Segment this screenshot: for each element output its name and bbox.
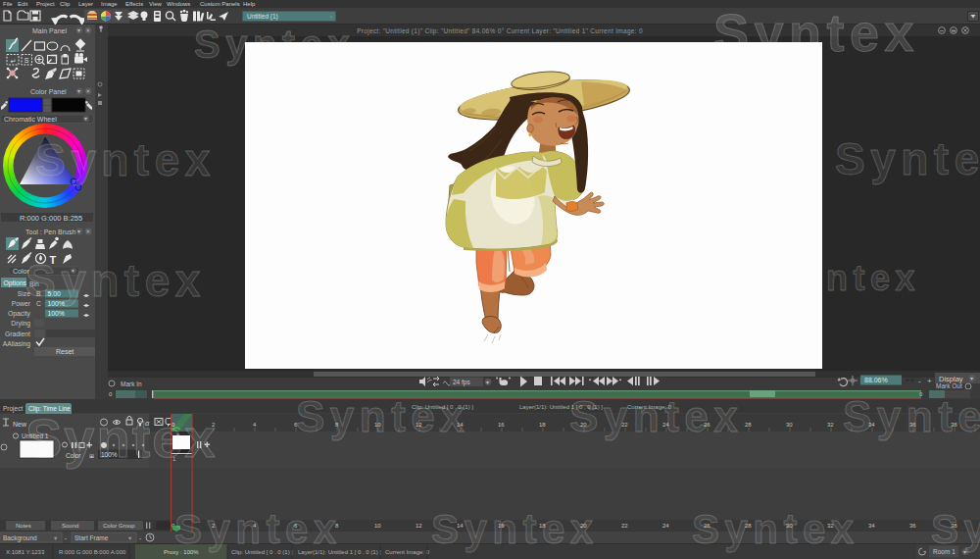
svg-text:Background: Background [3, 534, 37, 542]
svg-text:Sound: Sound [62, 523, 78, 529]
svg-text:Current Image: 0: Current Image: 0 [385, 549, 430, 555]
svg-text:▾: ▾ [77, 27, 80, 33]
svg-text:R:000 G:000 B:255: R:000 G:000 B:255 [20, 214, 82, 223]
svg-text:↵: ↵ [11, 58, 17, 65]
svg-text:Color Group: Color Group [103, 523, 135, 529]
svg-text:Color Panel: Color Panel [30, 88, 67, 95]
svg-text:▾: ▾ [84, 116, 87, 122]
svg-text:100%: 100% [48, 310, 65, 317]
svg-text:24 fps: 24 fps [453, 379, 470, 386]
svg-text:30: 30 [786, 422, 793, 428]
svg-text:0: 0 [109, 391, 113, 397]
svg-text:Display: Display [939, 375, 963, 383]
svg-text:Start Frame: Start Frame [74, 534, 109, 541]
svg-text:Gradient: Gradient [5, 330, 30, 337]
svg-text:▾: ▾ [77, 229, 80, 234]
svg-text:88.06%: 88.06% [864, 377, 888, 383]
svg-text:Notes: Notes [16, 523, 31, 529]
svg-text:Mark In: Mark In [121, 381, 142, 387]
svg-text:12: 12 [416, 523, 422, 529]
svg-text:-: - [65, 534, 67, 541]
svg-text:-: - [918, 377, 921, 385]
svg-text:X:1081 Y:1233: X:1081 Y:1233 [6, 549, 45, 555]
svg-text:22: 22 [621, 523, 628, 529]
svg-text:Chromatic Wheel: Chromatic Wheel [4, 116, 57, 123]
svg-text:Reset: Reset [56, 348, 74, 355]
svg-text:Project: Project [3, 405, 23, 413]
svg-text:◂▸: ◂▸ [83, 312, 89, 318]
svg-text:R:000 G:000 B:000 A:000: R:000 G:000 B:000 A:000 [59, 549, 126, 555]
svg-text:▾: ▾ [970, 376, 973, 381]
svg-text:▾: ▾ [486, 380, 489, 385]
svg-text:Main Panel: Main Panel [32, 27, 67, 34]
svg-text:Drying: Drying [11, 320, 30, 328]
svg-text:Opacity: Opacity [8, 310, 31, 318]
svg-text:36: 36 [909, 523, 916, 529]
svg-text:S: S [24, 57, 29, 64]
svg-text:28: 28 [745, 422, 752, 428]
svg-text:Options: Options [4, 280, 27, 287]
svg-text:Tool : Pen Brush: Tool : Pen Brush [25, 229, 75, 235]
svg-text:10: 10 [374, 523, 381, 529]
svg-text:18: 18 [539, 422, 546, 428]
svg-text:AAliasing: AAliasing [3, 340, 31, 348]
svg-text:✕: ✕ [86, 229, 91, 234]
svg-text:16: 16 [498, 422, 505, 428]
svg-text:24: 24 [662, 523, 669, 529]
svg-text:▾: ▾ [77, 88, 80, 94]
svg-text:+: + [927, 377, 932, 385]
svg-text:34: 34 [868, 523, 875, 529]
svg-text:-: - [139, 534, 141, 541]
svg-text:✕: ✕ [86, 27, 91, 33]
svg-text:✕: ✕ [86, 88, 91, 94]
svg-text:32: 32 [827, 422, 834, 428]
